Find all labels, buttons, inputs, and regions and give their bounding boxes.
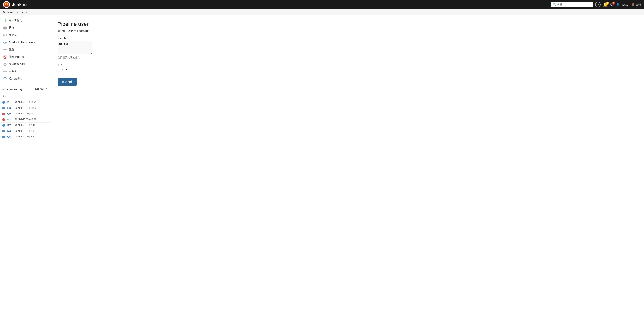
user-button[interactable]: 👤 master (616, 3, 629, 6)
logout-icon: 🚪 (631, 3, 634, 6)
logout-label: 注销 (636, 3, 641, 6)
logout-button[interactable]: 🚪 注销 (631, 3, 641, 6)
bh-left: Build History (2, 88, 22, 91)
notifications-badge: 1 (606, 2, 609, 4)
build-status-dot (2, 118, 5, 121)
build-history-icon (2, 88, 5, 91)
sidebar-label-stages: 完整阶段视图 (9, 62, 25, 66)
build-icon (3, 40, 7, 44)
type-select[interactable]: api (58, 67, 68, 72)
build-list-item: #802021-1-27 下午11:22 (0, 105, 50, 111)
breadcrumb-dashboard[interactable]: Dashboard (3, 11, 15, 14)
build-list-item: #752021-1-27 下午2:30 (0, 134, 50, 140)
branch-hint: 选择需要构建的分支 (58, 56, 636, 59)
build-status-dot (2, 107, 5, 110)
svg-rect-9 (4, 34, 6, 36)
arrow-up-icon: ⬆ (3, 18, 7, 22)
build-history-search (0, 93, 50, 100)
page-title: Pipeline user (58, 21, 636, 27)
changes-icon (3, 33, 7, 37)
svg-marker-13 (4, 42, 6, 43)
build-list-item: #792021-1-27 下午11:21 (0, 111, 50, 117)
build-number-link[interactable]: #75 (6, 135, 14, 138)
build-status-dot (2, 101, 5, 104)
type-section: type api (58, 63, 636, 72)
security-button[interactable]: 🛡 1 (610, 2, 614, 7)
start-build-button[interactable]: 开始构建 (58, 78, 77, 86)
search-icon: 🔍 (553, 3, 556, 6)
build-number-link[interactable]: #76 (6, 130, 14, 132)
search-input[interactable] (557, 3, 591, 6)
sidebar-link-syntax[interactable]: ? 流水线语法 (0, 75, 50, 82)
stages-icon (3, 62, 7, 66)
svg-text:?: ? (4, 78, 5, 80)
svg-point-14 (4, 49, 6, 50)
status-icon (3, 26, 7, 30)
sidebar-item-stages[interactable]: 完整阶段视图 (0, 60, 50, 68)
sidebar-item-delete[interactable]: 🚫 删除 Pipeline (0, 53, 50, 60)
sidebar-item-config[interactable]: 配置 (0, 46, 50, 53)
sidebar-link-rename[interactable]: 重命名 (0, 68, 50, 75)
user-icon: 👤 (616, 3, 620, 6)
user-label: master (620, 3, 629, 6)
breadcrumb-sep-1: ► (16, 11, 18, 14)
build-list-item: #782021-1-27 下午11:18 (0, 117, 50, 122)
sidebar-item-rename[interactable]: 重命名 (0, 68, 50, 75)
jenkins-logo[interactable]: Jenkins (3, 1, 28, 8)
sidebar-link-delete[interactable]: 🚫 删除 Pipeline (0, 53, 50, 60)
sidebar-item-build[interactable]: Build with Parameters (0, 39, 50, 46)
sidebar-label-build: Build with Parameters (9, 41, 35, 44)
breadcrumb-user[interactable]: user (20, 11, 24, 14)
sidebar-item-status[interactable]: 状态 (0, 24, 50, 32)
sidebar-label-delete: 删除 Pipeline (9, 55, 24, 59)
build-time: 2021-1-27 下午2:38 (15, 130, 35, 133)
build-list-item: #772021-1-27 下午2:41 (0, 122, 50, 128)
build-number-link[interactable]: #78 (6, 118, 14, 121)
svg-rect-4 (6, 6, 8, 7)
build-status-dot (2, 136, 5, 138)
sidebar-nav: ⬆ 返回工作台 状态 变更历史 (0, 15, 50, 84)
notifications-button[interactable]: 🔔 1 (603, 2, 608, 7)
search-box: 🔍 (551, 2, 593, 7)
build-number-link[interactable]: #79 (6, 112, 14, 115)
build-history-header[interactable]: Build History 构建历史 ⌃ (0, 86, 50, 93)
sidebar-link-status[interactable]: 状态 (0, 24, 50, 32)
sidebar-link-changes[interactable]: 变更历史 (0, 32, 50, 39)
sidebar-link-stages[interactable]: 完整阶段视图 (0, 60, 50, 68)
jenkins-icon (3, 1, 10, 8)
sidebar-link-config[interactable]: 配置 (0, 46, 50, 53)
branch-textarea[interactable] (58, 41, 92, 54)
sidebar-label-config: 配置 (9, 48, 14, 52)
build-status-dot (2, 124, 5, 127)
help-icon[interactable]: ? (595, 2, 601, 7)
content-area: Pipeline user 需要如下参数用于构建项目: branch 选择需要构… (50, 15, 644, 319)
build-number-link[interactable]: #80 (6, 106, 14, 110)
subtitle: 需要如下参数用于构建项目: (58, 30, 636, 33)
build-history-search-input[interactable] (2, 94, 48, 99)
syntax-icon: ? (3, 77, 7, 81)
build-number-link[interactable]: #77 (6, 124, 14, 127)
sidebar-item-changes[interactable]: 变更历史 (0, 32, 50, 39)
sidebar-item-back[interactable]: ⬆ 返回工作台 (0, 17, 50, 24)
sidebar-label-changes: 变更历史 (9, 33, 20, 37)
sidebar-label-back: 返回工作台 (9, 19, 22, 22)
svg-point-5 (6, 4, 6, 4)
breadcrumb: Dashboard ► user ► (0, 9, 644, 15)
sidebar-label-syntax: 流水线语法 (9, 77, 22, 80)
header: Jenkins 🔍 ? 🔔 1 🛡 1 👤 master 🚪 注销 (0, 0, 644, 9)
header-title: Jenkins (12, 2, 28, 7)
sidebar-item-syntax[interactable]: ? 流水线语法 (0, 75, 50, 82)
svg-point-16 (4, 64, 6, 65)
build-number-link[interactable]: #81 (6, 101, 14, 104)
sidebar-link-build[interactable]: Build with Parameters (0, 39, 50, 46)
build-status-dot (2, 112, 5, 115)
chevron-up-icon: ⌃ (45, 88, 47, 91)
breadcrumb-sep-2: ► (26, 11, 28, 14)
build-history-section: Build History 构建历史 ⌃ #812021-1-27 下午11:2… (0, 86, 50, 140)
build-time: 2021-1-27 下午11:21 (15, 112, 36, 116)
build-time: 2021-1-27 下午2:41 (15, 124, 35, 127)
build-history-chinese: 构建历史 (35, 88, 44, 91)
sidebar-label-status: 状态 (9, 26, 14, 30)
sidebar-link-back[interactable]: ⬆ 返回工作台 (0, 17, 50, 24)
branch-section: branch 选择需要构建的分支 (58, 37, 636, 59)
